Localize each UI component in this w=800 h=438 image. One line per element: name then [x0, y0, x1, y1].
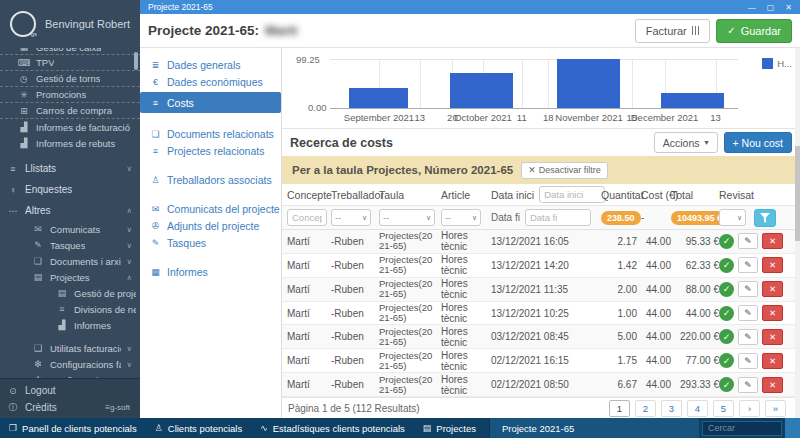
taskbar-item-clients-potencials[interactable]: ♙Clients potencials: [146, 418, 252, 438]
facturar-button[interactable]: Facturar: [635, 19, 710, 43]
page-button-5[interactable]: 5: [713, 400, 734, 417]
sidebar-item-promocions[interactable]: ✳Promocions: [0, 87, 140, 103]
panel-scrollbar[interactable]: [795, 48, 800, 418]
delete-row-button[interactable]: ✕: [762, 377, 783, 393]
edit-row-button[interactable]: ✎: [738, 233, 758, 249]
data-fi-input[interactable]: [525, 209, 591, 226]
nou-cost-button[interactable]: + Nou cost: [724, 132, 793, 153]
taula-filter-select[interactable]: --∨: [379, 209, 435, 226]
concepte-filter-input[interactable]: [287, 209, 327, 226]
subnav-item-dades-generals[interactable]: ≣Dades generals: [140, 56, 281, 73]
sidebar-item-projectes[interactable]: ▤Projectes∧: [0, 269, 140, 285]
subnav-item-tasques-projecte[interactable]: ✎Tasques: [140, 234, 281, 251]
article-filter-select[interactable]: --∨: [441, 209, 481, 226]
x-tick-label: November 2021: [555, 112, 623, 123]
clear-filter-button[interactable]: ✕ Desactivar filtre: [521, 162, 608, 179]
sidebar-item-gestio-projectes[interactable]: ▤Gestió de projectes: [0, 285, 140, 301]
sidebar-item-gestio-caixa[interactable]: ▦Gestió de caixa: [0, 48, 140, 55]
subnav-item-informes-projecte[interactable]: ▦Informes: [140, 263, 281, 280]
sidebar-item-tasques[interactable]: ✎Tasques∨: [0, 237, 140, 253]
close-icon[interactable]: ✕: [785, 3, 792, 12]
accions-button[interactable]: Accions ▾: [654, 132, 718, 153]
sidebar-item-gestio-torns[interactable]: ◷Gestió de torns: [0, 71, 140, 87]
next-page-button[interactable]: ›: [739, 400, 760, 417]
subnav-item-documents-relacionats[interactable]: ❏Documents relacionats: [140, 125, 281, 142]
sidebar-item-informes-rebuts[interactable]: ▟Informes de rebuts: [0, 135, 140, 151]
sidebar-item-logout[interactable]: ⊙ Logout: [0, 382, 140, 399]
folder-icon: ❏: [32, 256, 44, 266]
chevron-up-icon: ∧: [127, 273, 137, 282]
delete-row-button[interactable]: ✕: [762, 257, 783, 273]
treballador-filter-select[interactable]: --∨: [331, 209, 371, 226]
data-inici-input[interactable]: [539, 186, 605, 203]
subnav-item-comunicats-projecte[interactable]: ✉Comunicats del projecte: [140, 200, 281, 217]
taskbar-active-window[interactable]: Projecte 2021-65: [489, 418, 699, 438]
sidebar-item-carros-compra[interactable]: ⊞Carros de compra: [0, 103, 140, 119]
sidebar-item-label: Configuracions facturació: [50, 359, 121, 370]
last-page-button[interactable]: »: [765, 400, 786, 417]
delete-row-button[interactable]: ✕: [762, 281, 783, 297]
revisat-filter-select[interactable]: ∨: [719, 209, 746, 226]
edit-row-button[interactable]: ✎: [738, 305, 758, 321]
edit-row-button[interactable]: ✎: [738, 281, 758, 297]
taskbar-search-input[interactable]: [702, 421, 782, 436]
page-button-4[interactable]: 4: [687, 400, 708, 417]
subnav-item-projectes-relacionats[interactable]: ≡Projectes relacionats: [140, 142, 281, 159]
page-button-3[interactable]: 3: [661, 400, 682, 417]
sidebar-item-documents-arxius[interactable]: ❏Documents i arxius∨: [0, 253, 140, 269]
taskbar-search-button[interactable]: [785, 418, 800, 438]
sidebar-item-utilitats-facturacio[interactable]: ❑Utilitats facturació∨: [0, 340, 140, 356]
edit-row-button[interactable]: ✎: [738, 257, 758, 273]
taskbar-item-label: Clients potencials: [168, 423, 242, 434]
sidebar-scrollbar[interactable]: [134, 52, 138, 70]
page-button-1[interactable]: 1: [609, 400, 630, 417]
cell-concepte: Martí: [287, 308, 331, 319]
taskbar-item-estadistiques-clients-potencials[interactable]: ∿Estadístiques clients potencials: [251, 418, 414, 438]
cell-data-inici: 13/12/2021 14:20: [491, 260, 601, 271]
cell-data-inici: 13/12/2021 10:25: [491, 308, 601, 319]
subnav-item-costs[interactable]: ≡Costs: [140, 92, 281, 113]
brand-logo: ≡g-soft: [105, 403, 136, 412]
edit-row-button[interactable]: ✎: [738, 329, 758, 345]
cell-taula: Projectes(2021-65): [379, 231, 441, 251]
edit-row-button[interactable]: ✎: [738, 377, 758, 393]
delete-row-button[interactable]: ✕: [762, 233, 783, 249]
subnav-item-dades-economiques[interactable]: €Dades econòmiques: [140, 73, 281, 90]
sidebar-item-credits[interactable]: ⓘ Crèdits ≡g-soft: [0, 399, 140, 416]
apply-filter-button[interactable]: [754, 209, 776, 227]
delete-row-button[interactable]: ✕: [762, 353, 783, 369]
restore-icon[interactable]: ▢: [767, 3, 775, 12]
survey-icon: ♀: [7, 185, 19, 195]
clipboard-icon: ≣: [150, 60, 161, 70]
subnav-item-treballadors-associats[interactable]: ♙Treballadors associats: [140, 171, 281, 188]
edit-row-button[interactable]: ✎: [738, 353, 758, 369]
sidebar-item-configuracions-facturacio[interactable]: ✻Configuracions facturació∨: [0, 356, 140, 372]
sidebar-item-enquestes[interactable]: ♀Enquestes: [0, 179, 140, 200]
page-button-2[interactable]: 2: [635, 400, 656, 417]
taskbar-item-projectes[interactable]: ▤Projectes: [414, 418, 485, 438]
cell-data-inici: 13/12/2021 11:35: [491, 284, 601, 295]
sidebar-item-divisions-negoci[interactable]: ≡Divisions de negoci: [0, 301, 140, 317]
chart-bar-icon: ▟: [18, 138, 30, 148]
sidebar-item-altres[interactable]: ⋯Altres∧: [0, 200, 140, 221]
delete-row-button[interactable]: ✕: [762, 329, 783, 345]
x-tick-label: 13: [710, 112, 721, 123]
sidebar-item-tpv[interactable]: ⌨TPV: [0, 55, 140, 71]
sidebar-item-informes[interactable]: ▟Informes: [0, 317, 140, 333]
minimize-icon[interactable]: —: [748, 3, 756, 12]
cell-cost: 44.00: [641, 284, 671, 295]
envelope-icon: ✉: [32, 224, 44, 234]
sidebar-item-llistats[interactable]: ≡Llistats∨: [0, 158, 140, 179]
table-header: Concepte Treballador Taula Article Data …: [282, 184, 800, 206]
folder-icon: ❏: [150, 129, 161, 139]
x-tick-label: December 2021: [631, 112, 699, 123]
taskbar-item-panell-clients-potencials[interactable]: ❐Panell de clients potencials: [0, 418, 146, 438]
legend-swatch: [762, 58, 773, 69]
cell-quantitat: 2.17: [601, 236, 641, 247]
sidebar-item-informes-facturacio[interactable]: ▟Informes de facturació: [0, 119, 140, 135]
table-filter-row: --∨ --∨ --∨ Data fi 238.50 - 10493.95 € …: [282, 206, 800, 230]
sidebar-item-comunicats[interactable]: ✉Comunicats∨: [0, 221, 140, 237]
guardar-button[interactable]: ✓ Guardar: [716, 19, 792, 43]
subnav-item-adjunts-projecte[interactable]: ✇Adjunts del projecte: [140, 217, 281, 234]
delete-row-button[interactable]: ✕: [762, 305, 783, 321]
